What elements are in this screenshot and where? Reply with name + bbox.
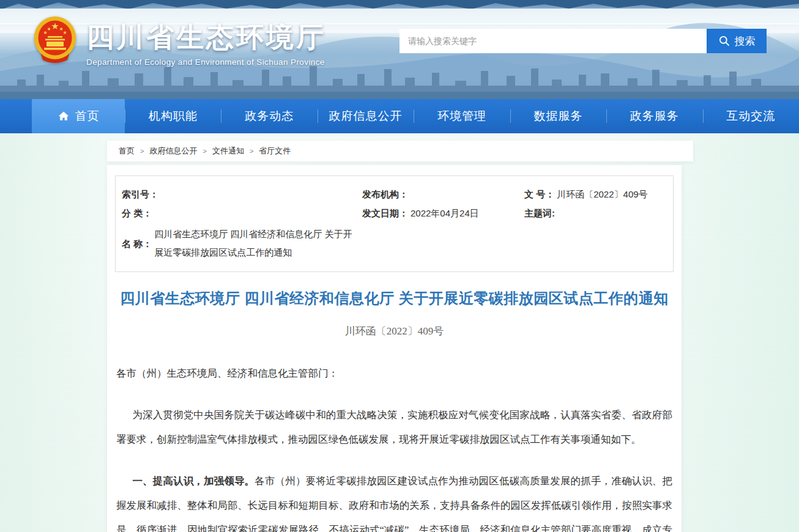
breadcrumb-item-gov-info[interactable]: 政府信息公开 bbox=[149, 146, 197, 157]
index-number-label: 索引号： bbox=[122, 185, 158, 204]
nav-item-label: 环境管理 bbox=[437, 108, 486, 124]
breadcrumb: 首页 > 政府信息公开 > 文件通知 > 省厅文件 bbox=[107, 141, 693, 161]
breadcrumb-separator: > bbox=[203, 147, 206, 155]
nav-item-gov-news[interactable]: 政务动态 bbox=[221, 99, 317, 133]
search-box: 搜索 bbox=[400, 29, 767, 53]
metadata-row: 分 类： 发文日期： 2022年04月24日 主题词: bbox=[122, 204, 667, 223]
nav-item-home[interactable]: 首页 bbox=[32, 99, 125, 133]
issue-date-value: 2022年04月24日 bbox=[411, 204, 479, 223]
metadata-row-name: 名 称： 四川省生态环境厅 四川省经济和信息化厅 关于开展近零碳排放园区试点工作… bbox=[122, 225, 667, 262]
metadata-cell-agency: 发布机构： bbox=[362, 185, 524, 204]
nav-item-gov-services[interactable]: 政务服务 bbox=[606, 99, 702, 133]
nav-item-interaction[interactable]: 互动交流 bbox=[703, 99, 799, 133]
nav-item-gov-info-disclosure[interactable]: 政府信息公开 bbox=[318, 99, 414, 133]
article-title: 四川省生态环境厅 四川省经济和信息化厅 关于开展近零碳排放园区试点工作的通知 bbox=[115, 289, 674, 308]
document-number-label: 文 号： bbox=[524, 185, 554, 204]
breadcrumb-item-dept-files: 省厅文件 bbox=[259, 146, 291, 157]
metadata-cell-category: 分 类： bbox=[122, 204, 362, 223]
site-title: 四川省生态环境厅 bbox=[86, 20, 326, 55]
document-metadata-table: 索引号： 发布机构： 文 号： 川环函〔2022〕409号 分 类： 发文日期：… bbox=[115, 175, 674, 272]
keywords-label: 主题词: bbox=[524, 204, 555, 223]
breadcrumb-item-home[interactable]: 首页 bbox=[119, 146, 135, 157]
metadata-cell-date: 发文日期： 2022年04月24日 bbox=[362, 204, 524, 223]
breadcrumb-separator: > bbox=[140, 147, 144, 155]
site-subtitle-english: Department of Ecology and Environment of… bbox=[86, 57, 326, 67]
site-logo[interactable]: ★ ★ ★ ★ ★ 四川省生态环境厅 Department of Ecology… bbox=[32, 16, 326, 67]
document-number-value: 川环函〔2022〕409号 bbox=[557, 185, 647, 204]
metadata-cell-keywords: 主题词: bbox=[524, 204, 667, 223]
nav-item-label: 政府信息公开 bbox=[329, 108, 403, 124]
nav-item-label: 政务动态 bbox=[245, 108, 294, 124]
china-national-emblem-icon: ★ ★ ★ ★ ★ bbox=[32, 16, 78, 67]
search-button[interactable]: 搜索 bbox=[707, 29, 767, 53]
document-name-label: 名 称： bbox=[122, 234, 152, 253]
nav-item-env-management[interactable]: 环境管理 bbox=[414, 99, 510, 133]
site-banner: ★ ★ ★ ★ ★ 四川省生态环境厅 Department of Ecology… bbox=[0, 0, 799, 99]
metadata-row: 索引号： 发布机构： 文 号： 川环函〔2022〕409号 bbox=[122, 185, 667, 204]
issuing-agency-label: 发布机构： bbox=[362, 185, 408, 204]
paragraph-2-bold-lead: 一、提高认识，加强领导。 bbox=[132, 475, 255, 487]
main-navigation: 首页 机构职能 政务动态 政府信息公开 环境管理 数据服务 政务服务 互动交流 bbox=[0, 99, 799, 133]
article-body: 各市（州）生态环境局、经济和信息化主管部门： 为深入贯彻党中央国务院关于碳达峰碳… bbox=[115, 361, 674, 532]
breadcrumb-item-file-notices[interactable]: 文件通知 bbox=[212, 146, 244, 157]
svg-text:★: ★ bbox=[51, 21, 59, 31]
document-name-value: 四川省生态环境厅 四川省经济和信息化厅 关于开展近零碳排放园区试点工作的通知 bbox=[154, 225, 357, 262]
home-icon bbox=[58, 110, 70, 122]
article-paragraph-1: 为深入贯彻党中央国务院关于碳达峰碳中和的重大战略决策，实施积极应对气候变化国家战… bbox=[116, 403, 672, 452]
search-input[interactable] bbox=[400, 29, 707, 53]
svg-text:★: ★ bbox=[59, 26, 63, 32]
category-label: 分 类： bbox=[122, 204, 152, 223]
issue-date-label: 发文日期： bbox=[362, 204, 408, 223]
metadata-cell-docnum: 文 号： 川环函〔2022〕409号 bbox=[524, 185, 667, 204]
nav-item-label: 首页 bbox=[75, 108, 100, 124]
nav-item-org-functions[interactable]: 机构职能 bbox=[125, 99, 221, 133]
search-button-label: 搜索 bbox=[735, 34, 756, 48]
nav-item-label: 机构职能 bbox=[149, 108, 198, 124]
article-document-number: 川环函〔2022〕409号 bbox=[115, 324, 674, 338]
document-content-card: 索引号： 发布机构： 文 号： 川环函〔2022〕409号 分 类： 发文日期：… bbox=[107, 165, 682, 532]
article-salutation: 各市（州）生态环境局、经济和信息化主管部门： bbox=[116, 361, 672, 386]
search-icon bbox=[718, 35, 730, 47]
nav-item-data-services[interactable]: 数据服务 bbox=[510, 99, 606, 133]
breadcrumb-separator: > bbox=[250, 147, 253, 155]
nav-item-label: 互动交流 bbox=[726, 108, 775, 124]
nav-spacer bbox=[0, 99, 32, 133]
article-paragraph-2: 一、提高认识，加强领导。各市（州）要将近零碳排放园区建设试点作为推动园区低碳高质… bbox=[116, 469, 672, 532]
nav-item-label: 数据服务 bbox=[533, 108, 582, 124]
metadata-cell-index: 索引号： bbox=[122, 185, 362, 204]
nav-item-label: 政务服务 bbox=[630, 108, 679, 124]
svg-text:★: ★ bbox=[46, 26, 51, 32]
